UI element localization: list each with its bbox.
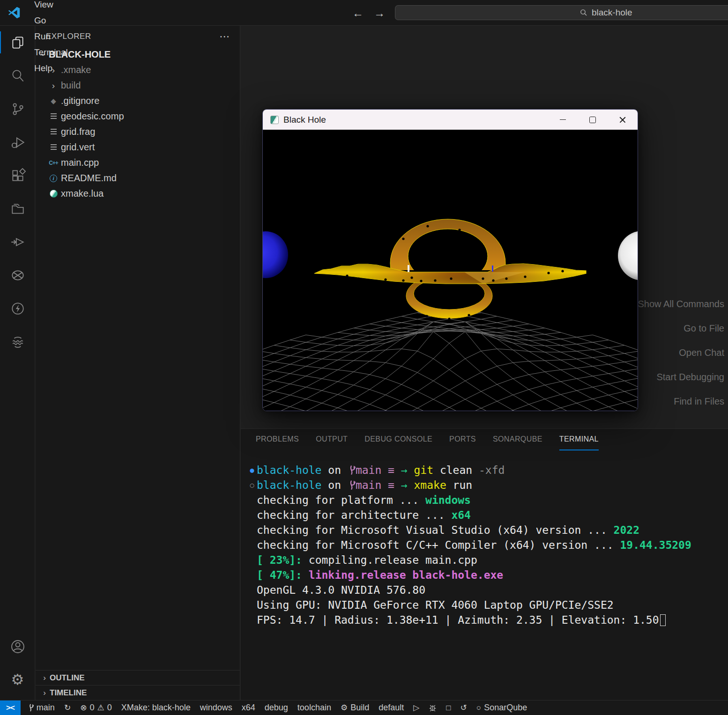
sync-icon: ↻ <box>64 703 71 713</box>
terminal-text: black-hole <box>257 479 328 491</box>
more-actions-icon[interactable]: ⋯ <box>219 30 230 43</box>
activity-thunder-client[interactable] <box>0 292 35 325</box>
black-hole-app-window[interactable]: Black Hole <box>262 109 638 411</box>
bottom-panel: PROBLEMSOUTPUTDEBUG CONSOLEPORTSSONARQUB… <box>241 428 728 700</box>
activity-run-and-debug[interactable] <box>0 125 35 159</box>
menu-view[interactable]: View <box>28 0 77 13</box>
activity-waves-extension[interactable] <box>0 325 35 358</box>
status-xmake-arch[interactable]: x64 <box>237 700 260 715</box>
activity-run-tool[interactable] <box>0 225 35 258</box>
status-label: 0 <box>89 703 94 713</box>
tree-item-main-cpp[interactable]: C++main.cpp <box>36 155 240 170</box>
status-label: Build <box>350 703 369 713</box>
tab-output[interactable]: OUTPUT <box>316 429 348 450</box>
section-timeline[interactable]: ›TIMELINE <box>36 685 240 700</box>
nav-forward-button[interactable]: → <box>374 7 385 20</box>
status-xmake-history[interactable]: ↺ <box>456 700 472 715</box>
file-icon-cpp: C++ <box>48 160 59 166</box>
status-xmake-debug[interactable] <box>424 700 441 715</box>
activity-account[interactable] <box>0 630 35 663</box>
sidebar-sections: ›OUTLINE›TIMELINE <box>36 670 240 700</box>
terminal-text: [ 47%]: <box>257 569 302 581</box>
terminal-text: windows <box>425 494 471 506</box>
terminal-text: -xfd <box>479 464 505 476</box>
terminal-text: checking for architecture ... <box>257 509 451 521</box>
activity-sonarqube[interactable] <box>0 258 35 292</box>
menu-terminal[interactable]: Terminal <box>28 44 77 60</box>
file-icon-info: i <box>48 175 59 182</box>
tree-item-geodesic-comp[interactable]: geodesic.comp <box>36 109 240 124</box>
status-git-branch[interactable]: main <box>22 700 59 715</box>
gear-icon: ⚙ <box>11 671 24 688</box>
activity-extensions[interactable] <box>0 159 35 192</box>
status-label: debug <box>265 703 288 713</box>
status-xmake-project[interactable]: XMake: black-hole <box>117 700 195 715</box>
nav-back-button[interactable]: ← <box>352 7 364 20</box>
remote-icon: >< <box>6 703 15 713</box>
status-sonarqube[interactable]: ○SonarQube <box>472 700 532 715</box>
account-icon <box>9 638 26 655</box>
maximize-button[interactable] <box>578 110 608 130</box>
chevron-right-icon: › <box>39 673 50 683</box>
status-problems[interactable]: ⊗0⚠0 <box>75 700 117 715</box>
status-label: toolchain <box>297 703 331 713</box>
tab-debug-console[interactable]: DEBUG CONSOLE <box>364 429 432 450</box>
files-icon <box>10 35 26 51</box>
chevron-right-icon: › <box>39 688 50 698</box>
status-xmake-run[interactable]: ▷ <box>409 700 424 715</box>
title-bar: FileEditSelectionViewGoRunTerminalHelp ←… <box>0 0 728 26</box>
terminal-text: FPS: 14.7 | Radius: 1.38e+11 | Azimuth: … <box>257 614 659 626</box>
section-outline[interactable]: ›OUTLINE <box>36 670 240 685</box>
command-center-search[interactable]: black-hole <box>395 5 728 20</box>
menu-help[interactable]: Help <box>28 60 77 76</box>
status-xmake-toolchain[interactable]: toolchain <box>293 700 336 715</box>
terminal-text: linking.release black-hole.exe <box>309 569 503 581</box>
activity-settings[interactable]: ⚙ <box>0 663 35 696</box>
status-sync[interactable]: ↻ <box>59 700 75 715</box>
status-xmake-target[interactable]: default <box>374 700 409 715</box>
bug-icon <box>429 704 437 712</box>
file-lines-icon <box>51 113 57 119</box>
terminal-text: x64 <box>451 509 471 521</box>
error-icon: ⊗ <box>80 703 87 713</box>
status-label: main <box>37 703 55 713</box>
cpp-icon: C++ <box>49 160 58 166</box>
tree-label: .gitignore <box>61 96 99 106</box>
status-xmake-build[interactable]: ⚙Build <box>336 700 374 715</box>
activity-remote-folders[interactable] <box>0 192 35 225</box>
status-xmake-platform[interactable]: windows <box>195 700 237 715</box>
tree-label: grid.vert <box>61 142 95 153</box>
terminal-text: ≡ <box>381 479 401 491</box>
tree-item-xmake-lua[interactable]: xmake.lua <box>36 186 240 201</box>
git-branch-icon <box>28 703 35 712</box>
menu-run[interactable]: Run <box>28 29 77 44</box>
tree-item-grid-frag[interactable]: grid.frag <box>36 124 240 140</box>
section-label: TIMELINE <box>50 688 87 698</box>
tree-item-readme-md[interactable]: iREADME.md <box>36 170 240 186</box>
activity-source-control[interactable] <box>0 92 35 125</box>
status-xmake-mode[interactable]: debug <box>260 700 293 715</box>
menu-go[interactable]: Go <box>28 13 77 29</box>
terminal-text: OpenGL 4.3.0 NVIDIA 576.80 <box>257 584 425 596</box>
status-label: SonarQube <box>484 703 527 713</box>
tree-item-build[interactable]: ›build <box>36 78 240 93</box>
vscode-logo-icon <box>7 6 21 20</box>
status-label: windows <box>200 703 232 713</box>
terminal-text: black-hole <box>257 464 328 476</box>
tree-item-grid-vert[interactable]: grid.vert <box>36 140 240 155</box>
terminal-text: 2022 <box>614 524 639 536</box>
tab-terminal[interactable]: TERMINAL <box>559 429 599 450</box>
status-remote[interactable]: >< <box>0 700 21 715</box>
tab-sonarqube[interactable]: SONARQUBE <box>493 429 542 450</box>
white-streak <box>408 265 409 272</box>
status-xmake-stop[interactable]: □ <box>441 700 455 715</box>
close-button[interactable] <box>608 110 638 130</box>
minimize-button[interactable] <box>548 110 578 130</box>
tree-item--gitignore[interactable]: ◆.gitignore <box>36 93 240 109</box>
activity-bar: ⚙ <box>0 26 35 700</box>
app-window-titlebar[interactable]: Black Hole <box>263 110 638 130</box>
tab-ports[interactable]: PORTS <box>449 429 476 450</box>
terminal[interactable]: ●black-hole on main ≡ → git clean -xfd○b… <box>241 450 728 627</box>
tab-problems[interactable]: PROBLEMS <box>256 429 299 450</box>
stop-icon: □ <box>446 703 451 713</box>
